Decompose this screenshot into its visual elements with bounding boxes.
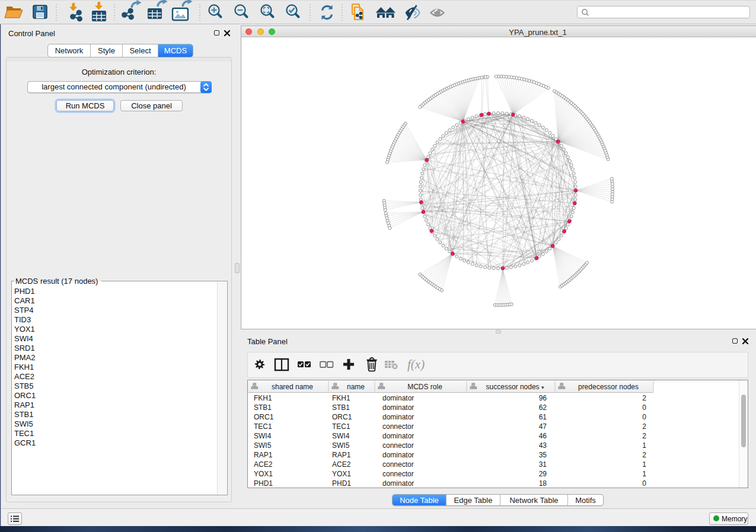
svg-text:f(x): f(x) (407, 357, 425, 371)
